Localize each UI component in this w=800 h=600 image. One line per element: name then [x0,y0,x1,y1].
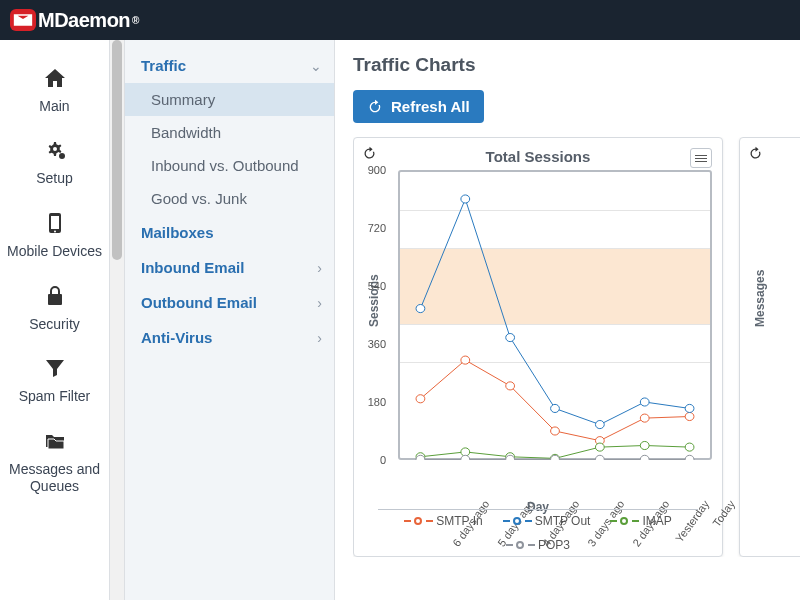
legend-item[interactable]: SMTP In [404,514,482,528]
chart-y-axis-label: Messages [753,270,767,327]
cogs-icon [42,139,68,167]
main-content: Traffic Charts Refresh All Total Session… [335,40,800,600]
svg-point-9 [461,195,470,203]
page-title: Traffic Charts [353,54,800,76]
svg-point-11 [551,404,560,412]
subnav-label: Mailboxes [141,224,214,241]
brand-logo: MDaemon ® [10,9,139,32]
svg-point-2 [461,356,470,364]
nav-item-main[interactable]: Main [0,52,109,125]
svg-point-3 [506,382,515,390]
subnav-mailboxes[interactable]: Mailboxes [125,215,334,250]
secondary-nav: Traffic ⌄ SummaryBandwidthInbound vs. Ou… [125,40,335,600]
nav-label: Setup [36,170,73,187]
svg-point-21 [685,443,694,451]
chevron-right-icon: › [317,330,322,346]
home-icon [42,66,68,94]
chevron-down-icon: ⌄ [310,58,322,74]
nav-label: Mobile Devices [7,243,102,260]
chart-card-messages: Messages [739,137,800,557]
svg-point-16 [461,448,470,456]
subnav-child-io[interactable]: Inbound vs. Outbound [125,149,334,182]
brand-reg: ® [132,15,139,26]
nav-label: Security [29,316,80,333]
subnav-antivirus[interactable]: Anti-Virus › [125,320,334,355]
brand-name: MDaemon [38,9,130,32]
primary-nav: MainSetupMobile DevicesSecuritySpam Filt… [0,40,110,600]
nav-label: Spam Filter [19,388,91,405]
svg-point-1 [416,395,425,403]
refresh-button-label: Refresh All [391,98,470,115]
svg-point-12 [595,420,604,428]
svg-point-0 [59,153,65,159]
app-header: MDaemon ® [0,0,800,40]
svg-point-4 [551,427,560,435]
subnav-label: Traffic [141,57,186,74]
refresh-all-button[interactable]: Refresh All [353,90,484,123]
subnav-label: Anti-Virus [141,329,212,346]
subnav-label: Inbound Email [141,259,244,276]
legend-item[interactable]: SMTP Out [503,514,591,528]
brand-icon [10,9,36,31]
svg-point-7 [685,412,694,420]
nav-scrollbar[interactable] [110,40,125,600]
svg-point-14 [685,404,694,412]
chart-title: Total Sessions [354,148,722,165]
chart-legend: SMTP In SMTP Out IMAP POP3 [378,509,698,552]
svg-point-20 [640,441,649,449]
lock-icon [42,284,68,312]
svg-point-13 [640,398,649,406]
nav-label: Messages and Queues [4,461,105,495]
legend-item[interactable]: POP3 [506,538,570,552]
svg-point-10 [506,333,515,341]
subnav-child-summary[interactable]: Summary [125,83,334,116]
nav-item-spam[interactable]: Spam Filter [0,342,109,415]
legend-item[interactable]: IMAP [610,514,671,528]
subnav-child-bandwidth[interactable]: Bandwidth [125,116,334,149]
subnav-inbound[interactable]: Inbound Email › [125,250,334,285]
folder-icon [42,429,68,457]
nav-item-security[interactable]: Security [0,270,109,343]
chart-y-ticks: 0180360540720900 [362,170,386,460]
phone-icon [42,211,68,239]
filter-icon [42,356,68,384]
refresh-icon [367,99,383,115]
nav-label: Main [39,98,69,115]
chart-plot-area [398,170,712,460]
card-refresh-button[interactable] [748,146,763,165]
svg-point-8 [416,304,425,312]
subnav-child-gj[interactable]: Good vs. Junk [125,182,334,215]
subnav-label: Outbound Email [141,294,257,311]
subnav-outbound[interactable]: Outbound Email › [125,285,334,320]
nav-item-queues[interactable]: Messages and Queues [0,415,109,504]
svg-point-6 [640,414,649,422]
refresh-icon [748,146,763,161]
chevron-right-icon: › [317,260,322,276]
svg-point-19 [595,443,604,451]
chart-card-sessions: Total Sessions Sessions 0180360540720900… [353,137,723,557]
subnav-traffic[interactable]: Traffic ⌄ [125,48,334,83]
nav-item-mobile[interactable]: Mobile Devices [0,197,109,270]
scroll-thumb[interactable] [112,40,122,260]
chevron-right-icon: › [317,295,322,311]
nav-item-setup[interactable]: Setup [0,125,109,198]
